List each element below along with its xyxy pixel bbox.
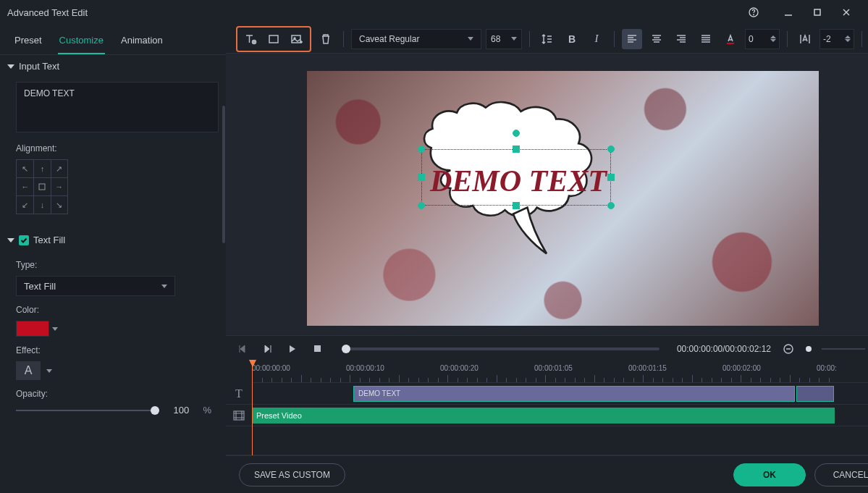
align-center[interactable] bbox=[33, 178, 50, 195]
svg-rect-11 bbox=[727, 43, 734, 44]
section-text-fill[interactable]: Text Fill bbox=[0, 229, 226, 251]
color-swatch[interactable] bbox=[16, 321, 49, 337]
text-clip-segment[interactable] bbox=[796, 386, 834, 402]
slider-thumb[interactable] bbox=[151, 406, 159, 415]
align-justify-button[interactable] bbox=[696, 29, 716, 49]
footer: SAVE AS CUSTOM OK CANCEL bbox=[226, 455, 868, 493]
char-spacing-input[interactable]: 0 bbox=[745, 29, 780, 49]
align-top-center[interactable]: ↑ bbox=[33, 160, 50, 177]
add-image-button[interactable] bbox=[287, 29, 307, 49]
tab-bar: Preset Customize Animation bbox=[0, 25, 226, 55]
timeline-ruler[interactable]: 00:00:00:00 00:00:00:10 00:00:00:20 00:0… bbox=[252, 361, 868, 383]
color-label: Color: bbox=[0, 296, 226, 321]
add-shape-button[interactable] bbox=[264, 29, 284, 49]
add-text-button[interactable] bbox=[240, 29, 261, 49]
line-spacing-value: -2 bbox=[823, 34, 831, 44]
next-frame-button[interactable] bbox=[261, 342, 275, 356]
right-panel: Caveat Regular 68 B I 0 bbox=[226, 25, 868, 493]
align-mid-left[interactable]: ← bbox=[17, 178, 33, 195]
align-bot-left[interactable]: ↙ bbox=[17, 196, 33, 214]
svg-point-1 bbox=[754, 14, 754, 15]
selection-box[interactable] bbox=[421, 149, 611, 206]
video-clip[interactable]: Preset Video bbox=[252, 408, 835, 424]
opacity-value[interactable]: 100 bbox=[167, 405, 195, 416]
text-track-lane[interactable]: DEMO TEXT bbox=[252, 383, 868, 405]
effect-preset-button[interactable]: A bbox=[16, 361, 41, 380]
chevron-down-icon bbox=[511, 37, 517, 41]
svg-rect-6 bbox=[39, 184, 45, 190]
svg-rect-9 bbox=[292, 35, 300, 43]
stop-button[interactable] bbox=[310, 342, 324, 356]
italic-button[interactable]: I bbox=[586, 29, 607, 49]
titlebar: Advanced Text Edit bbox=[0, 0, 868, 25]
zoom-track[interactable] bbox=[822, 348, 865, 350]
empty-track bbox=[226, 426, 868, 455]
bold-button[interactable]: B bbox=[562, 29, 582, 49]
zoom-slider[interactable] bbox=[806, 346, 812, 352]
top-toolbar: Caveat Regular 68 B I 0 bbox=[226, 25, 868, 54]
section-title-textfill: Text Fill bbox=[33, 235, 65, 245]
ok-button[interactable]: OK bbox=[733, 463, 806, 486]
font-select[interactable]: Caveat Regular bbox=[351, 29, 481, 49]
spinner[interactable] bbox=[770, 35, 776, 42]
window-title: Advanced Text Edit bbox=[7, 7, 748, 18]
video-track-lane[interactable]: Preset Video bbox=[252, 405, 868, 426]
align-bot-right[interactable]: ↘ bbox=[51, 196, 67, 214]
line-height-button[interactable] bbox=[537, 29, 557, 49]
align-top-left[interactable]: ↖ bbox=[17, 160, 33, 177]
align-top-right[interactable]: ↗ bbox=[51, 160, 67, 177]
preview-canvas[interactable]: DEMO TEXT bbox=[307, 71, 819, 326]
font-size-select[interactable]: 68 bbox=[486, 29, 522, 49]
timeline: 00:00:00:00 00:00:00:10 00:00:00:20 00:0… bbox=[226, 361, 868, 455]
left-panel: Preset Customize Animation Input Text Al… bbox=[0, 25, 226, 493]
chevron-down-icon bbox=[161, 285, 167, 288]
transport-bar: 00:00:00:00/00:00:02:12 bbox=[226, 335, 868, 361]
help-button[interactable] bbox=[748, 7, 759, 18]
type-label: Type: bbox=[0, 251, 226, 276]
text-track: T DEMO TEXT bbox=[226, 383, 868, 405]
type-select[interactable]: Text Fill bbox=[16, 276, 175, 296]
chevron-down-icon[interactable] bbox=[46, 369, 52, 373]
type-value: Text Fill bbox=[24, 281, 56, 292]
alignment-grid: ↖ ↑ ↗ ← → ↙ ↓ ↘ bbox=[16, 159, 68, 214]
line-spacing-input[interactable]: -2 bbox=[819, 29, 854, 49]
minimize-button[interactable] bbox=[774, 0, 803, 25]
chevron-down-icon[interactable] bbox=[52, 327, 58, 331]
text-input[interactable] bbox=[16, 82, 219, 132]
prev-frame-button[interactable] bbox=[236, 342, 250, 356]
align-left-button[interactable] bbox=[622, 29, 642, 49]
playhead-line[interactable] bbox=[252, 361, 253, 455]
left-scrollbar[interactable] bbox=[222, 106, 225, 243]
svg-rect-3 bbox=[814, 9, 820, 15]
tab-preset[interactable]: Preset bbox=[13, 30, 43, 54]
align-bot-center[interactable]: ↓ bbox=[33, 196, 50, 214]
highlighted-toolgroup bbox=[236, 26, 311, 52]
tab-customize[interactable]: Customize bbox=[58, 30, 105, 54]
letter-spacing-icon[interactable] bbox=[795, 29, 815, 49]
close-button[interactable] bbox=[832, 0, 861, 25]
align-mid-right[interactable]: → bbox=[51, 178, 67, 195]
maximize-button[interactable] bbox=[803, 0, 832, 25]
align-right-button[interactable] bbox=[671, 29, 691, 49]
play-button[interactable] bbox=[285, 342, 300, 356]
text-fill-checkbox[interactable] bbox=[19, 235, 29, 245]
spinner[interactable] bbox=[845, 35, 851, 42]
effect-label: Effect: bbox=[0, 337, 226, 361]
save-as-custom-button[interactable]: SAVE AS CUSTOM bbox=[239, 463, 345, 486]
svg-rect-8 bbox=[269, 35, 278, 43]
seek-thumb[interactable] bbox=[342, 345, 350, 353]
section-input-text[interactable]: Input Text bbox=[0, 55, 226, 77]
font-color-button[interactable] bbox=[720, 29, 741, 49]
preview-area: DEMO TEXT bbox=[226, 54, 868, 335]
opacity-slider[interactable] bbox=[16, 410, 159, 411]
delete-button[interactable] bbox=[316, 29, 336, 49]
svg-rect-12 bbox=[314, 345, 321, 352]
text-clip[interactable]: DEMO TEXT bbox=[353, 386, 795, 402]
svg-rect-15 bbox=[234, 411, 244, 420]
tab-animation[interactable]: Animation bbox=[119, 30, 164, 54]
font-size-value: 68 bbox=[491, 34, 500, 44]
cancel-button[interactable]: CANCEL bbox=[814, 463, 868, 486]
zoom-out-button[interactable] bbox=[781, 342, 796, 356]
align-center-button[interactable] bbox=[646, 29, 667, 49]
seek-bar[interactable] bbox=[342, 347, 660, 350]
